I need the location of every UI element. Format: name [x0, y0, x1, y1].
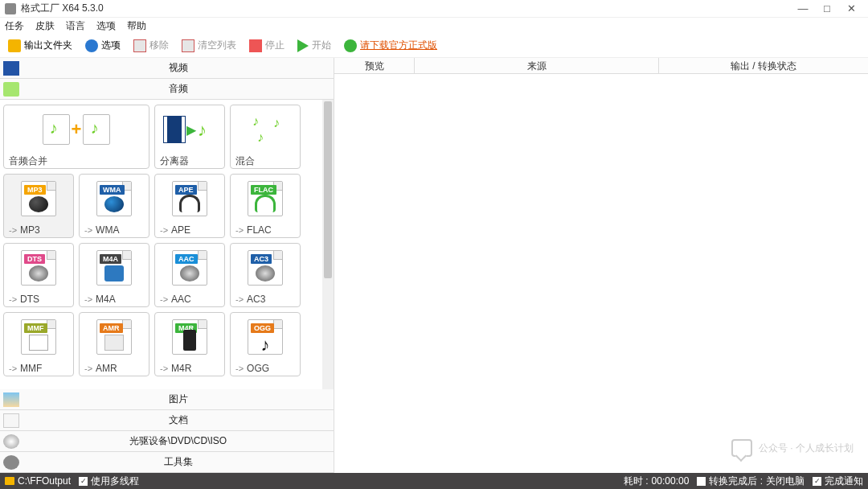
tile-merge-label: 音频合并 — [9, 154, 47, 168]
stop-icon — [249, 39, 262, 52]
format-label: APE — [171, 224, 190, 236]
category-disc[interactable]: 光驱设备\DVD\CD\ISO — [0, 431, 334, 452]
menu-skin[interactable]: 皮肤 — [35, 19, 55, 33]
wechat-icon — [731, 439, 752, 457]
file-card-icon: FLAC — [248, 181, 283, 216]
clear-button[interactable]: 清空列表 — [178, 37, 240, 54]
arrow-icon: -> — [160, 225, 168, 235]
tile-format-wma[interactable]: WMA ->WMA — [79, 174, 149, 238]
col-source[interactable]: 来源 — [415, 58, 659, 73]
remove-button[interactable]: 移除 — [130, 37, 172, 54]
play-icon — [297, 39, 309, 52]
arrow-icon: -> — [9, 364, 17, 373]
status-multithread[interactable]: ✓使用多线程 — [79, 475, 139, 488]
category-video[interactable]: 视频 — [0, 58, 334, 79]
tile-audio-merge[interactable]: + 音频合并 — [3, 105, 149, 169]
titlebar: 格式工厂 X64 5.3.0 — □ ✕ — [0, 0, 868, 18]
folder-icon — [8, 39, 21, 52]
tile-format-aac[interactable]: AAC ->AAC — [154, 243, 225, 307]
output-folder-button[interactable]: 输出文件夹 — [5, 37, 76, 54]
toolbar: 输出文件夹 选项 移除 清空列表 停止 开始 请下载官方正式版 — [0, 34, 868, 58]
status-notify[interactable]: ✓完成通知 — [813, 475, 863, 488]
checkbox-icon — [697, 477, 706, 486]
category-tools-label: 工具集 — [23, 455, 334, 469]
status-output-path[interactable]: C:\FFOutput — [5, 475, 71, 487]
menubar: 任务 皮肤 语言 选项 帮助 — [0, 18, 868, 34]
clear-label: 清空列表 — [198, 39, 236, 52]
maximize-button[interactable]: □ — [815, 2, 839, 14]
tile-format-amr[interactable]: AMR ->AMR — [79, 312, 149, 376]
tile-format-m4r[interactable]: M4R ->M4R — [154, 312, 225, 376]
tile-format-dts[interactable]: DTS ->DTS — [3, 243, 74, 307]
folder-icon — [5, 477, 14, 485]
after-action: 关闭电脑 — [766, 475, 805, 488]
column-headers: 预览 来源 输出 / 转换状态 — [334, 58, 868, 74]
category-disc-label: 光驱设备\DVD\CD\ISO — [23, 434, 334, 448]
start-button[interactable]: 开始 — [294, 37, 334, 54]
options-icon — [85, 39, 98, 52]
start-label: 开始 — [312, 39, 331, 52]
file-card-icon: DTS — [21, 250, 56, 286]
splitter-icon: ▶♪ — [164, 117, 215, 142]
format-label: AMR — [96, 363, 117, 374]
file-card-icon: M4R — [172, 319, 207, 355]
tile-format-ogg[interactable]: OGG♪ ->OGG — [230, 312, 301, 376]
format-label: MMF — [20, 363, 42, 374]
download-link[interactable]: 请下载官方正式版 — [341, 37, 440, 54]
tile-format-ape[interactable]: APE ->APE — [154, 174, 225, 238]
stop-button[interactable]: 停止 — [246, 37, 288, 54]
file-card-icon: AC3 — [248, 250, 283, 286]
minimize-button[interactable]: — — [791, 2, 815, 14]
options-label: 选项 — [101, 39, 121, 52]
tile-format-mp3[interactable]: MP3 ->MP3 — [3, 174, 74, 238]
col-preview[interactable]: 预览 — [334, 58, 415, 73]
image-icon — [3, 392, 19, 407]
checkbox-icon: ✓ — [79, 477, 88, 486]
file-card-icon: AAC — [172, 250, 207, 286]
options-button[interactable]: 选项 — [82, 37, 124, 54]
menu-options[interactable]: 选项 — [96, 19, 116, 33]
left-scrollbar[interactable] — [322, 100, 334, 389]
merge-icon: + — [43, 114, 111, 145]
tile-format-mmf[interactable]: MMF ->MMF — [3, 312, 74, 376]
category-audio[interactable]: 音频 — [0, 79, 334, 100]
file-card-icon: WMA — [96, 181, 132, 216]
category-audio-label: 音频 — [23, 82, 334, 96]
format-label: AAC — [171, 294, 191, 305]
remove-label: 移除 — [149, 39, 169, 52]
tile-mix[interactable]: ♪♪♪ 混合 — [230, 105, 301, 169]
tile-format-flac[interactable]: FLAC ->FLAC — [230, 174, 301, 238]
document-icon — [3, 413, 19, 428]
format-label: WMA — [96, 224, 119, 236]
task-list-empty — [334, 74, 868, 473]
category-image-label: 图片 — [23, 392, 334, 406]
menu-help[interactable]: 帮助 — [127, 19, 146, 33]
mix-icon: ♪♪♪ — [249, 114, 281, 145]
category-image[interactable]: 图片 — [0, 389, 334, 410]
scrollbar-thumb[interactable] — [324, 101, 332, 278]
category-document[interactable]: 文档 — [0, 410, 334, 431]
category-video-label: 视频 — [23, 61, 334, 75]
tile-format-m4a[interactable]: M4A ->M4A — [79, 243, 149, 307]
category-tools[interactable]: 工具集 — [0, 452, 334, 473]
elapsed-time: 00:00:00 — [652, 475, 690, 487]
arrow-icon: -> — [9, 225, 17, 235]
format-label: OGG — [247, 363, 269, 374]
watermark: 公众号 · 个人成长计划 — [731, 439, 854, 457]
tile-format-ac3[interactable]: AC3 ->AC3 — [230, 243, 301, 307]
file-card-icon: MP3 — [21, 181, 56, 216]
status-elapsed: 耗时 :00:00:00 — [624, 475, 689, 488]
file-card-icon: APE — [172, 181, 207, 216]
format-label: M4A — [96, 294, 116, 305]
watermark-text: 公众号 · 个人成长计划 — [759, 442, 854, 455]
menu-language[interactable]: 语言 — [66, 19, 85, 33]
close-button[interactable]: ✕ — [839, 2, 863, 14]
col-output[interactable]: 输出 / 转换状态 — [659, 58, 868, 73]
arrow-icon: -> — [9, 294, 17, 304]
app-icon — [5, 3, 16, 14]
arrow-icon: -> — [160, 364, 168, 373]
status-after[interactable]: 转换完成后 :关闭电脑 — [697, 475, 805, 488]
stop-label: 停止 — [265, 39, 285, 52]
tile-splitter[interactable]: ▶♪ 分离器 — [154, 105, 225, 169]
menu-task[interactable]: 任务 — [5, 19, 24, 33]
